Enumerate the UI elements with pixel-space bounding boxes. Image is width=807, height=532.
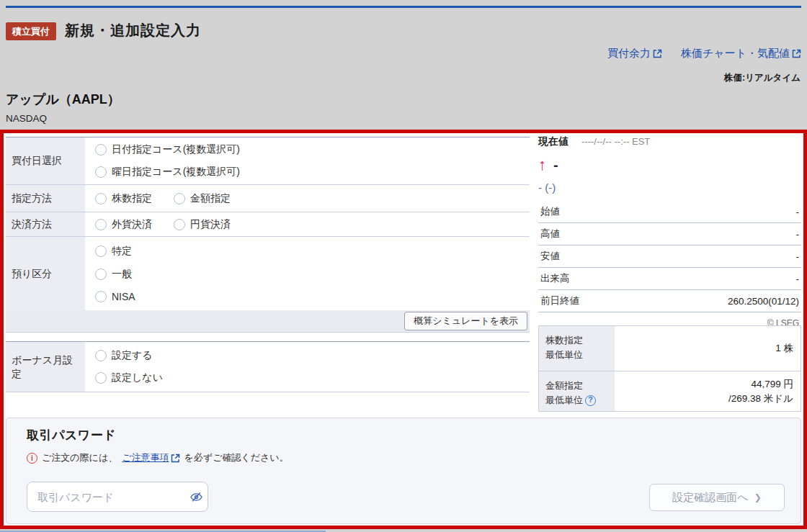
radio-circle-icon: [95, 193, 107, 204]
trade-password-field-wrap: [27, 482, 208, 512]
current-price-label: 現在値: [538, 135, 569, 148]
confirm-settings-button[interactable]: 設定確認画面へ ❯: [649, 484, 785, 511]
toggle-password-visibility-button[interactable]: [185, 482, 208, 511]
info-icon: i: [27, 453, 37, 464]
high-price-value: -: [796, 229, 800, 240]
price-change-value: - (-): [538, 181, 801, 194]
bonus-month-table: ボーナス月設定 設定する 設定しない: [6, 341, 530, 392]
prev-close-label: 前日終値: [540, 294, 579, 307]
radio-circle-icon: [95, 219, 107, 230]
prev-close-row: 前日終値 260.2500(01/12): [538, 290, 801, 312]
share-min-unit-label-line1: 株数指定: [545, 335, 583, 346]
amount-min-unit-row: 金額指定 最低単位? 44,799 円 /269.38 米ドル: [539, 371, 801, 411]
quote-timestamp: ----/--/-- --:-- EST: [581, 136, 650, 147]
amount-min-unit-value-usd: /269.38 米ドル: [728, 392, 793, 406]
high-price-label: 高値: [540, 227, 560, 240]
radio-foreign-currency[interactable]: 外貨決済: [95, 218, 152, 231]
radio-yen-currency[interactable]: 円貨決済: [174, 218, 231, 231]
radio-amount[interactable]: 金額指定: [174, 192, 231, 205]
radio-share-count[interactable]: 株数指定: [95, 192, 152, 205]
help-icon[interactable]: ?: [585, 395, 596, 406]
caution-link-label: ご注意事項: [122, 451, 169, 464]
radio-circle-icon: [95, 350, 107, 361]
eye-off-icon: [190, 490, 203, 504]
external-link-icon: [653, 49, 662, 58]
radio-circle-icon: [95, 245, 107, 257]
low-price-label: 安値: [540, 250, 560, 263]
radio-circle-icon: [95, 269, 107, 280]
simulate-button[interactable]: 概算シミュレートを表示: [404, 312, 527, 330]
radio-tokutei-label: 特定: [112, 245, 132, 258]
open-price-label: 始値: [540, 205, 560, 218]
open-price-row: 始値 -: [538, 201, 801, 223]
price-chart-link[interactable]: 株価チャート・気配値: [681, 47, 801, 60]
radio-date-course[interactable]: 日付指定コース(複数選択可): [95, 143, 530, 156]
current-price-value: -: [553, 158, 558, 172]
header-links: 買付余力 株価チャート・気配値: [607, 47, 801, 60]
chevron-right-icon: ❯: [754, 492, 762, 502]
share-min-unit-label-line2: 最低単位: [545, 349, 583, 360]
tsumitate-badge: 積立買付: [6, 22, 56, 40]
notice-text-pre: ご注文の際には、: [42, 451, 117, 464]
radio-date-course-label: 日付指定コース(複数選択可): [112, 143, 240, 156]
top-divider: [6, 6, 801, 8]
radio-bonus-not-set[interactable]: 設定しない: [95, 371, 530, 384]
simulate-row: 概算シミュレートを表示: [6, 310, 530, 333]
caution-link[interactable]: ご注意事項: [122, 451, 179, 464]
trade-password-heading: 取引パスワード: [27, 427, 116, 443]
up-arrow-icon: ↑: [538, 157, 546, 173]
buy-date-row: 買付日選択 日付指定コース(複数選択可) 曜日指定コース(複数選択可): [6, 137, 530, 185]
settlement-method-label: 決済方法: [6, 212, 85, 236]
notice-text-post: を必ずご確認ください。: [184, 451, 289, 464]
radio-yen-currency-label: 円貨決済: [190, 218, 231, 231]
radio-circle-icon: [95, 144, 107, 155]
share-min-unit-value: 1 株: [775, 341, 793, 356]
quote-mode-label: 株価:リアルタイム: [724, 72, 801, 84]
confirm-settings-button-label: 設定確認画面へ: [672, 491, 748, 505]
designation-method-label: 指定方法: [6, 185, 85, 212]
low-price-value: -: [796, 251, 800, 262]
external-link-icon: [171, 454, 180, 463]
radio-bonus-set[interactable]: 設定する: [95, 349, 530, 362]
radio-foreign-currency-label: 外貨決済: [112, 218, 152, 231]
open-price-value: -: [796, 207, 800, 217]
min-unit-table: 株数指定 最低単位 1 株 金額指定 最低単位? 44,799 円 /269.3…: [538, 325, 801, 412]
buying-power-link[interactable]: 買付余力: [607, 47, 662, 60]
trade-password-panel: 取引パスワード i ご注文の際には、 ご注意事項 を必ずご確認ください。: [6, 418, 801, 524]
volume-row: 出来高 -: [538, 268, 801, 290]
low-price-row: 安値 -: [538, 245, 801, 268]
radio-weekday-course[interactable]: 曜日指定コース(複数選択可): [95, 166, 530, 179]
radio-amount-label: 金額指定: [190, 192, 231, 205]
quote-stats: 始値 - 高値 - 安値 - 出来高 - 前日終値 260.2500(01/12…: [538, 201, 801, 312]
trade-password-input[interactable]: [27, 491, 185, 503]
order-entry-page: 積立買付 新規・追加設定入力 買付余力 株価チャート・気配値 株価:リアルタイム…: [0, 0, 807, 532]
radio-circle-icon: [95, 372, 107, 384]
order-settings-table: 買付日選択 日付指定コース(複数選択可) 曜日指定コース(複数選択可) 指定方法…: [6, 137, 530, 311]
radio-ippan-label: 一般: [112, 268, 132, 281]
radio-circle-icon: [174, 219, 185, 230]
amount-min-unit-value-yen: 44,799 円: [751, 377, 793, 392]
order-notice: i ご注文の際には、 ご注意事項 を必ずご確認ください。: [27, 451, 289, 464]
share-min-unit-row: 株数指定 最低単位 1 株: [539, 326, 801, 371]
radio-bonus-set-label: 設定する: [112, 349, 153, 362]
buy-date-label: 買付日選択: [6, 137, 85, 184]
radio-share-count-label: 株数指定: [112, 192, 152, 205]
radio-weekday-course-label: 曜日指定コース(複数選択可): [112, 166, 240, 179]
account-type-row: 預り区分 特定 一般 NISA: [6, 237, 530, 311]
volume-label: 出来高: [540, 272, 570, 285]
prev-close-value: 260.2500(01/12): [728, 296, 799, 307]
radio-circle-icon: [95, 291, 107, 302]
page-title: 新規・追加設定入力: [65, 21, 201, 40]
radio-circle-icon: [174, 193, 185, 204]
radio-tokutei[interactable]: 特定: [95, 245, 530, 258]
volume-value: -: [796, 274, 800, 284]
radio-circle-icon: [95, 166, 107, 178]
external-link-icon: [792, 49, 801, 58]
radio-nisa[interactable]: NISA: [95, 291, 530, 302]
amount-min-unit-label-line1: 金額指定: [545, 380, 583, 391]
exchange-label: NASDAQ: [6, 113, 47, 124]
high-price-row: 高値 -: [538, 223, 801, 245]
bonus-month-label: ボーナス月設定: [6, 342, 85, 392]
radio-ippan[interactable]: 一般: [95, 268, 530, 281]
designation-method-row: 指定方法 株数指定 金額指定: [6, 185, 530, 212]
